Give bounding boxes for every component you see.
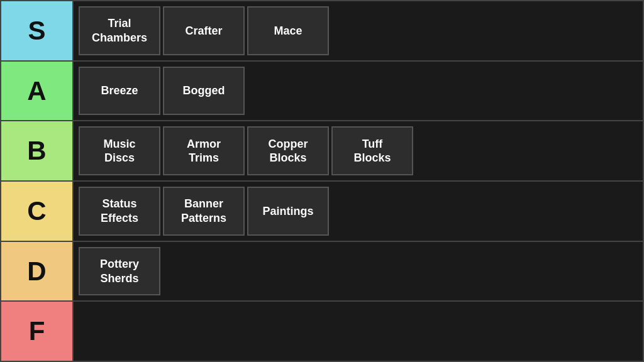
tier-items-c: Status EffectsBanner PatternsPaintings — [74, 182, 643, 241]
tier-row-s: STrial ChambersCrafterMace — [1, 1, 643, 62]
tier-item-b-0[interactable]: Music Discs — [79, 126, 160, 175]
tier-item-b-1[interactable]: Armor Trims — [163, 126, 245, 175]
tier-row-a: ABreezeBogged — [1, 62, 643, 122]
tier-label-b: B — [1, 121, 74, 180]
tier-row-f: F — [1, 302, 643, 361]
tier-row-b: BMusic DiscsArmor TrimsCopper BlocksTuff… — [1, 121, 643, 182]
tier-items-b: Music DiscsArmor TrimsCopper BlocksTuff … — [74, 121, 643, 180]
tier-item-c-1[interactable]: Banner Patterns — [163, 187, 245, 236]
tier-item-s-1[interactable]: Crafter — [163, 6, 245, 55]
tier-item-a-1[interactable]: Bogged — [163, 67, 245, 116]
tier-label-d: D — [1, 242, 74, 301]
tier-label-s: S — [1, 1, 74, 60]
tier-items-d: Pottery Sherds — [74, 242, 643, 301]
tier-item-s-0[interactable]: Trial Chambers — [79, 6, 160, 55]
tier-items-s: Trial ChambersCrafterMace — [74, 1, 643, 60]
tier-item-c-2[interactable]: Paintings — [247, 187, 329, 236]
tier-item-a-0[interactable]: Breeze — [79, 67, 160, 116]
tier-item-d-0[interactable]: Pottery Sherds — [79, 247, 160, 296]
tier-items-a: BreezeBogged — [74, 62, 643, 121]
tier-row-d: DPottery Sherds — [1, 242, 643, 302]
tier-row-c: CStatus EffectsBanner PatternsPaintings — [1, 182, 643, 242]
tier-item-b-2[interactable]: Copper Blocks — [247, 126, 329, 175]
tier-item-c-0[interactable]: Status Effects — [79, 187, 160, 236]
tier-label-a: A — [1, 62, 74, 121]
tier-label-f: F — [1, 302, 74, 361]
tier-item-b-3[interactable]: Tuff Blocks — [331, 126, 413, 175]
tier-item-s-2[interactable]: Mace — [247, 6, 329, 55]
tier-list: STrial ChambersCrafterMaceABreezeBoggedB… — [0, 0, 644, 362]
tier-items-f — [74, 302, 643, 361]
tier-label-c: C — [1, 182, 74, 241]
